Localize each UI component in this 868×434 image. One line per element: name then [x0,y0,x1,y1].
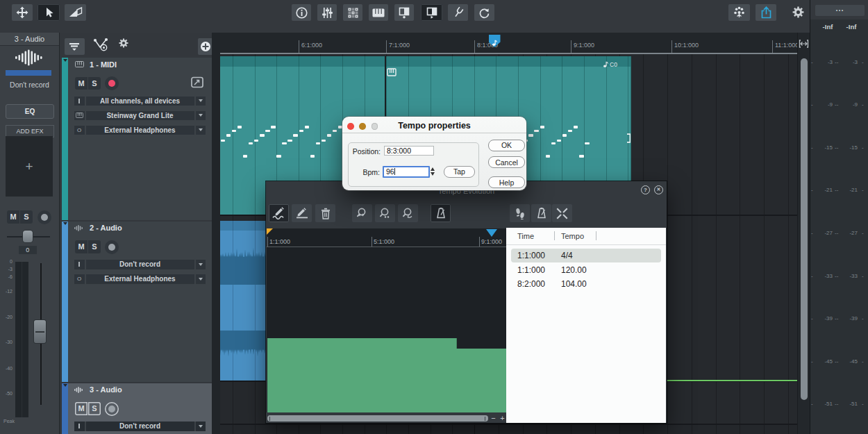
help-icon[interactable]: ? [641,185,650,194]
track-record-arm-button[interactable] [105,76,119,90]
midi-note[interactable] [534,130,539,133]
zoom-out-button[interactable]: − [489,412,498,423]
fade-tool-button[interactable] [65,4,86,21]
remote-devices-button[interactable] [728,4,750,21]
automation-button[interactable] [93,37,110,51]
tap-button[interactable]: Tap [444,166,475,178]
tempo-event-row[interactable]: 1:1:000120.00 [506,262,666,277]
info-button[interactable] [292,4,311,21]
meter-more-button[interactable]: ... [815,5,865,17]
delete-tool-button[interactable] [315,204,335,222]
track-mute-button[interactable]: M [75,402,87,415]
tempo-playhead-marker[interactable] [486,229,497,237]
tempo-event-row[interactable]: 1:1:0004/4 [506,249,666,263]
midi-note[interactable] [546,155,551,158]
peak-readout-left[interactable]: -Inf [817,23,838,31]
event-tempo[interactable]: 104.00 [561,279,587,289]
midi-note[interactable] [265,130,270,133]
draw-tool-button[interactable] [269,204,289,222]
midi-note[interactable] [305,126,310,128]
midi-note[interactable] [579,155,584,158]
track-item-2[interactable]: 2 - AudioMSDon't recordOExternal Headpho… [60,222,212,383]
tempo-graph-ruler[interactable]: 1:1:0005:1:0009:1:000 [267,228,506,247]
line-tool-button[interactable] [292,204,312,222]
track-color-stripe[interactable] [62,58,68,220]
tuning-fork-button[interactable] [448,4,468,21]
metronome-button[interactable] [431,204,451,222]
track-mute-button[interactable]: M [75,240,87,253]
tempo-graph[interactable] [267,247,506,412]
track-settings-button[interactable] [119,38,128,48]
midi-note[interactable] [243,155,248,158]
midi-note[interactable] [260,134,265,137]
track-input-field[interactable]: Don't record [74,422,206,431]
midi-note[interactable] [568,130,573,133]
input-value[interactable]: Don't record [85,260,196,269]
loop-start-marker[interactable] [267,228,273,235]
dropdown-arrow-icon[interactable] [194,111,206,121]
tempo-h-scrollbar[interactable] [267,415,488,422]
dropdown-arrow-icon[interactable] [194,260,206,269]
zoom-back-button[interactable] [398,204,418,222]
close-icon[interactable]: ✕ [654,185,663,194]
dropdown-arrow-icon[interactable] [194,422,206,431]
clear-tempo-button[interactable] [552,204,572,222]
move-tool-button[interactable] [12,4,33,21]
track-input-field[interactable]: Don't record [74,260,206,269]
output-value[interactable]: External Headphones [85,274,196,284]
track-output-field[interactable]: OExternal Headphones [74,126,206,135]
track-mute-button[interactable]: M [75,77,87,90]
midi-clip-name-bar[interactable] [220,56,631,67]
refresh-button[interactable] [474,4,494,21]
timeline-ruler[interactable]: 6:1:0007:1:0008:1:0009:1:00010:1:00011:1… [220,33,797,54]
track-input-field[interactable]: All channels, all devices [74,97,206,106]
part-name-label[interactable]: C0 [603,61,617,69]
input-value[interactable]: All channels, all devices [85,97,196,106]
midi-note[interactable] [299,130,304,133]
cancel-button[interactable]: Cancel [488,156,525,169]
editor-panel-button[interactable] [394,4,414,21]
event-time[interactable]: 8:2:000 [517,279,545,289]
track-solo-button[interactable]: S [88,77,101,90]
midi-note[interactable] [557,140,562,142]
tempo-segment-120[interactable] [267,338,457,413]
midi-note[interactable] [540,126,545,128]
add-track-button[interactable] [198,38,213,55]
bpm-stepper[interactable] [430,167,436,176]
track-instrument-field[interactable]: Steinway Grand Lite [74,111,206,121]
dropdown-arrow-icon[interactable] [194,126,206,135]
tempo-event-row[interactable]: 8:2:000104.00 [506,277,666,292]
track-output-field[interactable]: OExternal Headphones [74,274,206,284]
track-name[interactable]: 3 - Audio [90,385,122,394]
midi-note[interactable] [574,126,578,128]
event-tempo[interactable]: 4/4 [561,251,573,260]
track-fold-arrow-icon[interactable] [63,384,67,387]
zoom-select-button[interactable] [375,204,395,222]
midi-note[interactable] [310,155,315,158]
arrow-tool-button[interactable] [37,4,60,21]
midi-note[interactable] [221,140,226,142]
track-color-stripe[interactable] [62,383,68,434]
position-field[interactable]: 8:3:000 [384,146,434,156]
settings-gear-button[interactable] [792,6,804,18]
track-record-arm-button[interactable] [105,240,119,254]
dropdown-arrow-icon[interactable] [194,274,206,284]
track-monitor-button[interactable] [191,76,203,88]
track-solo-button[interactable]: S [88,240,101,253]
player-panel-button[interactable] [421,4,442,21]
keyboard-view-button[interactable] [369,4,388,21]
track-name[interactable]: 2 - Audio [90,224,122,232]
midi-note[interactable] [226,134,231,137]
input-value[interactable]: Don't record [85,422,196,431]
midi-note[interactable] [293,134,298,137]
midi-note[interactable] [316,142,321,145]
track-record-arm-button[interactable] [105,402,119,416]
midi-note[interactable] [282,142,287,145]
vertical-scrollbar[interactable] [801,58,808,400]
bpm-field[interactable]: 96 [383,166,430,178]
output-value[interactable]: External Headphones [85,126,196,135]
midi-note[interactable] [562,134,567,137]
midi-note[interactable] [322,140,326,142]
midi-note[interactable] [327,134,332,137]
dropdown-arrow-icon[interactable] [194,97,206,106]
